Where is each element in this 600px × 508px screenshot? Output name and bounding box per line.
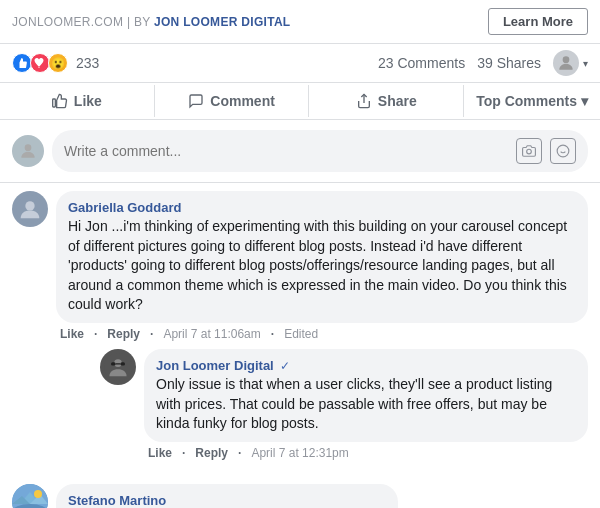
svg-point-5 [557,145,569,157]
like-label: Like [74,93,102,109]
commenter-avatar-gabriella [12,191,48,227]
comment-actions-gabriella: Like · Reply · April 7 at 11:06am · Edit… [56,327,588,341]
svg-point-20 [34,490,42,498]
comment-time-jon1: April 7 at 12:31pm [251,446,348,460]
comment-bubble-jon1: Jon Loomer Digital ✓ Only issue is that … [144,349,588,442]
svg-rect-1 [53,99,56,107]
comment-input-wrapper[interactable] [52,130,588,172]
by-label: BY [134,15,154,29]
comment-bubble-stefano: Stefano Martino Does make any sense use … [56,484,398,508]
comment-author-stefano: Stefano Martino [68,493,166,508]
reply-action-gabriella[interactable]: Reply [107,327,140,341]
svg-point-3 [25,144,32,151]
comment-icon-buttons [516,138,576,164]
top-comments-button[interactable]: Top Comments ▾ [464,85,600,117]
comment-label: Comment [210,93,275,109]
svg-rect-12 [111,362,116,365]
learn-more-button[interactable]: Learn More [488,8,588,35]
comment-item: Gabriella Goddard Hi Jon ...i'm thinking… [12,191,588,472]
svg-point-9 [25,201,34,210]
separator: | [127,15,134,29]
comment-input-area [0,120,600,183]
comments-section: Gabriella Goddard Hi Jon ...i'm thinking… [0,183,600,508]
action-bar: Like Comment Share Top Comments ▾ [0,83,600,120]
like-action-gabriella[interactable]: Like [60,327,84,341]
top-bar: JONLOOMER.COM | BY JON LOOMER DIGITAL Le… [0,0,600,44]
comment-bubble-gabriella: Gabriella Goddard Hi Jon ...i'm thinking… [56,191,588,323]
reaction-icons: 😮 [12,53,66,73]
current-user-avatar [12,135,44,167]
comment-text-input[interactable] [64,143,508,159]
share-label: Share [378,93,417,109]
verified-badge-jon1: ✓ [280,359,290,373]
top-comments-chevron: ▾ [581,93,588,109]
comment-author-gabriella: Gabriella Goddard [68,200,181,215]
commenter-avatar-jon1 [100,349,136,385]
like-reaction-icon [12,53,32,73]
comment-body-stefano: Stefano Martino Does make any sense use … [56,484,588,508]
top-comments-label: Top Comments [476,93,577,109]
camera-icon-button[interactable] [516,138,542,164]
svg-point-0 [563,56,570,63]
comment-text-jon1: Only issue is that when a user clicks, t… [156,375,576,434]
sticker-icon-button[interactable] [550,138,576,164]
top-bar-attribution: JONLOOMER.COM | BY JON LOOMER DIGITAL [12,15,291,29]
brand-name: JON LOOMER DIGITAL [154,15,291,29]
wow-reaction-icon: 😮 [48,53,68,73]
site-name: JONLOOMER.COM [12,15,123,29]
share-button[interactable]: Share [309,85,464,117]
comment-text-gabriella: Hi Jon ...i'm thinking of experimenting … [68,217,576,315]
commenter-avatar-stefano [12,484,48,508]
heart-reaction-icon [30,53,50,73]
reply-action-jon1[interactable]: Reply [195,446,228,460]
reactions-right: 23 Comments 39 Shares ▾ [378,50,588,76]
like-button[interactable]: Like [0,85,155,117]
comments-count: 23 Comments [378,55,465,71]
edited-label-gabriella: Edited [284,327,318,341]
shares-count: 39 Shares [477,55,541,71]
comment-time-gabriella: April 7 at 11:06am [163,327,260,341]
user-avatar-small[interactable] [553,50,579,76]
reaction-count: 233 [76,55,99,71]
comment-body-gabriella: Gabriella Goddard Hi Jon ...i'm thinking… [56,191,588,472]
svg-point-4 [527,149,532,154]
like-action-jon1[interactable]: Like [148,446,172,460]
comment-body-jon1: Jon Loomer Digital ✓ Only issue is that … [144,349,588,460]
comment-actions-jon1: Like · Reply · April 7 at 12:31pm [144,446,588,460]
avatar-dropdown-chevron[interactable]: ▾ [583,58,588,69]
comment-button[interactable]: Comment [155,85,310,117]
reactions-left: 😮 233 [12,53,99,73]
reply-item-jon1: Jon Loomer Digital ✓ Only issue is that … [100,349,588,460]
reactions-bar: 😮 233 23 Comments 39 Shares ▾ [0,44,600,83]
svg-rect-13 [120,362,125,365]
reply-thread-gabriella: Jon Loomer Digital ✓ Only issue is that … [100,349,588,460]
comment-item-stefano: Stefano Martino Does make any sense use … [12,484,588,508]
comment-author-jon1: Jon Loomer Digital [156,358,274,373]
